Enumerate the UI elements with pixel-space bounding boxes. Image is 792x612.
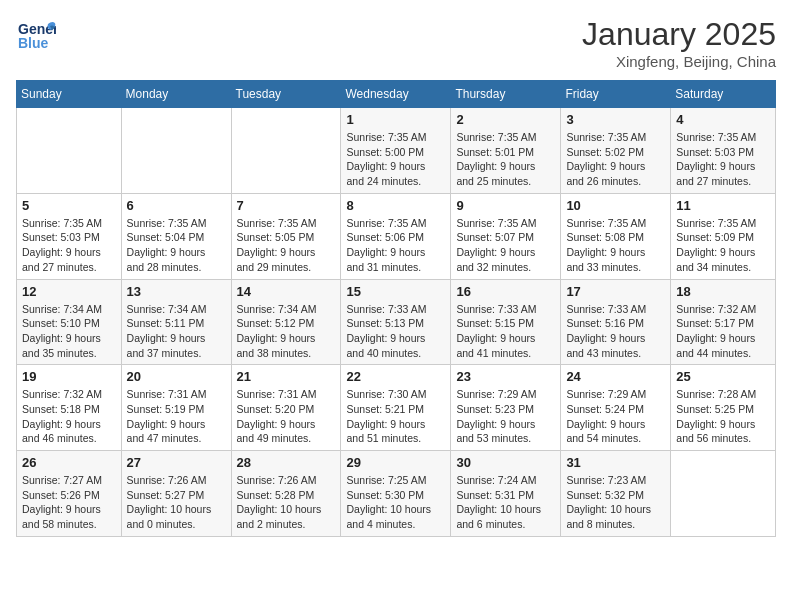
- calendar-cell: 17Sunrise: 7:33 AM Sunset: 5:16 PM Dayli…: [561, 279, 671, 365]
- day-number: 24: [566, 369, 665, 384]
- calendar-cell: 13Sunrise: 7:34 AM Sunset: 5:11 PM Dayli…: [121, 279, 231, 365]
- day-number: 22: [346, 369, 445, 384]
- day-number: 1: [346, 112, 445, 127]
- header-cell-thursday: Thursday: [451, 81, 561, 108]
- calendar-cell: 23Sunrise: 7:29 AM Sunset: 5:23 PM Dayli…: [451, 365, 561, 451]
- header-cell-sunday: Sunday: [17, 81, 122, 108]
- day-number: 25: [676, 369, 770, 384]
- calendar-cell: 8Sunrise: 7:35 AM Sunset: 5:06 PM Daylig…: [341, 193, 451, 279]
- day-number: 31: [566, 455, 665, 470]
- calendar-cell: 25Sunrise: 7:28 AM Sunset: 5:25 PM Dayli…: [671, 365, 776, 451]
- day-info: Sunrise: 7:26 AM Sunset: 5:28 PM Dayligh…: [237, 473, 336, 532]
- day-number: 30: [456, 455, 555, 470]
- calendar-cell: 30Sunrise: 7:24 AM Sunset: 5:31 PM Dayli…: [451, 451, 561, 537]
- day-info: Sunrise: 7:29 AM Sunset: 5:24 PM Dayligh…: [566, 387, 665, 446]
- day-number: 20: [127, 369, 226, 384]
- day-info: Sunrise: 7:28 AM Sunset: 5:25 PM Dayligh…: [676, 387, 770, 446]
- svg-text:Blue: Blue: [18, 35, 49, 51]
- day-info: Sunrise: 7:33 AM Sunset: 5:15 PM Dayligh…: [456, 302, 555, 361]
- day-number: 14: [237, 284, 336, 299]
- day-number: 16: [456, 284, 555, 299]
- week-row-4: 19Sunrise: 7:32 AM Sunset: 5:18 PM Dayli…: [17, 365, 776, 451]
- day-info: Sunrise: 7:31 AM Sunset: 5:19 PM Dayligh…: [127, 387, 226, 446]
- day-number: 19: [22, 369, 116, 384]
- header-cell-monday: Monday: [121, 81, 231, 108]
- day-info: Sunrise: 7:35 AM Sunset: 5:01 PM Dayligh…: [456, 130, 555, 189]
- calendar-cell: 28Sunrise: 7:26 AM Sunset: 5:28 PM Dayli…: [231, 451, 341, 537]
- day-info: Sunrise: 7:35 AM Sunset: 5:07 PM Dayligh…: [456, 216, 555, 275]
- day-number: 27: [127, 455, 226, 470]
- day-info: Sunrise: 7:32 AM Sunset: 5:18 PM Dayligh…: [22, 387, 116, 446]
- header-cell-wednesday: Wednesday: [341, 81, 451, 108]
- calendar-cell: 3Sunrise: 7:35 AM Sunset: 5:02 PM Daylig…: [561, 108, 671, 194]
- calendar-cell: 7Sunrise: 7:35 AM Sunset: 5:05 PM Daylig…: [231, 193, 341, 279]
- day-info: Sunrise: 7:24 AM Sunset: 5:31 PM Dayligh…: [456, 473, 555, 532]
- calendar-cell: 12Sunrise: 7:34 AM Sunset: 5:10 PM Dayli…: [17, 279, 122, 365]
- day-number: 12: [22, 284, 116, 299]
- day-number: 21: [237, 369, 336, 384]
- calendar-cell: 22Sunrise: 7:30 AM Sunset: 5:21 PM Dayli…: [341, 365, 451, 451]
- calendar-cell: 26Sunrise: 7:27 AM Sunset: 5:26 PM Dayli…: [17, 451, 122, 537]
- day-number: 11: [676, 198, 770, 213]
- calendar-cell: [121, 108, 231, 194]
- day-info: Sunrise: 7:34 AM Sunset: 5:10 PM Dayligh…: [22, 302, 116, 361]
- calendar-cell: 14Sunrise: 7:34 AM Sunset: 5:12 PM Dayli…: [231, 279, 341, 365]
- calendar-cell: 4Sunrise: 7:35 AM Sunset: 5:03 PM Daylig…: [671, 108, 776, 194]
- day-info: Sunrise: 7:29 AM Sunset: 5:23 PM Dayligh…: [456, 387, 555, 446]
- day-number: 26: [22, 455, 116, 470]
- calendar-header: SundayMondayTuesdayWednesdayThursdayFrid…: [17, 81, 776, 108]
- day-info: Sunrise: 7:33 AM Sunset: 5:16 PM Dayligh…: [566, 302, 665, 361]
- day-number: 23: [456, 369, 555, 384]
- calendar-cell: 6Sunrise: 7:35 AM Sunset: 5:04 PM Daylig…: [121, 193, 231, 279]
- calendar-table: SundayMondayTuesdayWednesdayThursdayFrid…: [16, 80, 776, 537]
- calendar-cell: [231, 108, 341, 194]
- day-info: Sunrise: 7:35 AM Sunset: 5:03 PM Dayligh…: [22, 216, 116, 275]
- day-number: 29: [346, 455, 445, 470]
- header-row: SundayMondayTuesdayWednesdayThursdayFrid…: [17, 81, 776, 108]
- day-number: 15: [346, 284, 445, 299]
- calendar-cell: 31Sunrise: 7:23 AM Sunset: 5:32 PM Dayli…: [561, 451, 671, 537]
- day-info: Sunrise: 7:25 AM Sunset: 5:30 PM Dayligh…: [346, 473, 445, 532]
- week-row-1: 1Sunrise: 7:35 AM Sunset: 5:00 PM Daylig…: [17, 108, 776, 194]
- page-header: General Blue January 2025 Xingfeng, Beij…: [16, 16, 776, 70]
- week-row-3: 12Sunrise: 7:34 AM Sunset: 5:10 PM Dayli…: [17, 279, 776, 365]
- calendar-body: 1Sunrise: 7:35 AM Sunset: 5:00 PM Daylig…: [17, 108, 776, 537]
- calendar-cell: [17, 108, 122, 194]
- logo: General Blue: [16, 16, 56, 56]
- day-info: Sunrise: 7:35 AM Sunset: 5:03 PM Dayligh…: [676, 130, 770, 189]
- calendar-cell: 21Sunrise: 7:31 AM Sunset: 5:20 PM Dayli…: [231, 365, 341, 451]
- calendar-cell: 20Sunrise: 7:31 AM Sunset: 5:19 PM Dayli…: [121, 365, 231, 451]
- day-info: Sunrise: 7:34 AM Sunset: 5:12 PM Dayligh…: [237, 302, 336, 361]
- day-info: Sunrise: 7:35 AM Sunset: 5:04 PM Dayligh…: [127, 216, 226, 275]
- day-number: 9: [456, 198, 555, 213]
- calendar-cell: 15Sunrise: 7:33 AM Sunset: 5:13 PM Dayli…: [341, 279, 451, 365]
- day-info: Sunrise: 7:23 AM Sunset: 5:32 PM Dayligh…: [566, 473, 665, 532]
- calendar-cell: 1Sunrise: 7:35 AM Sunset: 5:00 PM Daylig…: [341, 108, 451, 194]
- day-info: Sunrise: 7:31 AM Sunset: 5:20 PM Dayligh…: [237, 387, 336, 446]
- day-info: Sunrise: 7:35 AM Sunset: 5:00 PM Dayligh…: [346, 130, 445, 189]
- day-number: 3: [566, 112, 665, 127]
- calendar-cell: 11Sunrise: 7:35 AM Sunset: 5:09 PM Dayli…: [671, 193, 776, 279]
- day-info: Sunrise: 7:35 AM Sunset: 5:08 PM Dayligh…: [566, 216, 665, 275]
- title-block: January 2025 Xingfeng, Beijing, China: [582, 16, 776, 70]
- day-info: Sunrise: 7:35 AM Sunset: 5:02 PM Dayligh…: [566, 130, 665, 189]
- day-number: 8: [346, 198, 445, 213]
- day-number: 4: [676, 112, 770, 127]
- day-number: 10: [566, 198, 665, 213]
- day-number: 2: [456, 112, 555, 127]
- calendar-cell: 18Sunrise: 7:32 AM Sunset: 5:17 PM Dayli…: [671, 279, 776, 365]
- day-info: Sunrise: 7:32 AM Sunset: 5:17 PM Dayligh…: [676, 302, 770, 361]
- day-number: 18: [676, 284, 770, 299]
- day-info: Sunrise: 7:30 AM Sunset: 5:21 PM Dayligh…: [346, 387, 445, 446]
- calendar-cell: 9Sunrise: 7:35 AM Sunset: 5:07 PM Daylig…: [451, 193, 561, 279]
- calendar-cell: 5Sunrise: 7:35 AM Sunset: 5:03 PM Daylig…: [17, 193, 122, 279]
- day-number: 17: [566, 284, 665, 299]
- day-info: Sunrise: 7:35 AM Sunset: 5:09 PM Dayligh…: [676, 216, 770, 275]
- logo-icon: General Blue: [16, 16, 56, 56]
- header-cell-friday: Friday: [561, 81, 671, 108]
- day-info: Sunrise: 7:35 AM Sunset: 5:05 PM Dayligh…: [237, 216, 336, 275]
- calendar-cell: 27Sunrise: 7:26 AM Sunset: 5:27 PM Dayli…: [121, 451, 231, 537]
- day-number: 28: [237, 455, 336, 470]
- calendar-cell: 29Sunrise: 7:25 AM Sunset: 5:30 PM Dayli…: [341, 451, 451, 537]
- header-cell-saturday: Saturday: [671, 81, 776, 108]
